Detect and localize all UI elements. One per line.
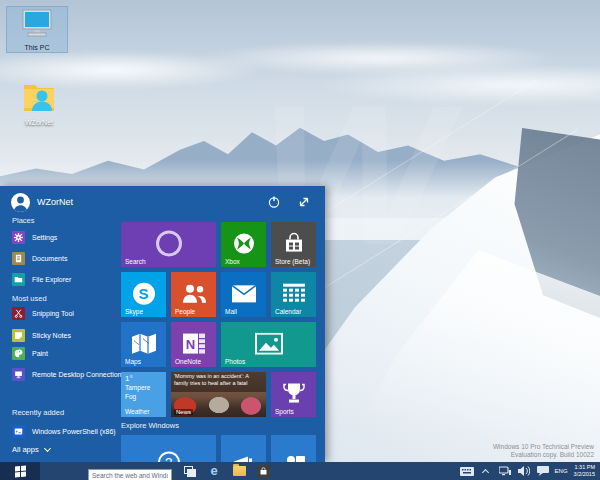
folder-icon — [12, 273, 25, 286]
start-button[interactable] — [0, 462, 40, 480]
speaker-icon — [518, 466, 530, 476]
section-explore-windows: Explore Windows — [121, 421, 179, 430]
search-input[interactable] — [88, 469, 172, 480]
tile-maps[interactable]: Maps — [121, 322, 166, 367]
touch-keyboard-button[interactable] — [460, 464, 474, 478]
desktop-icon-label: WZorNet — [8, 119, 70, 126]
language-indicator[interactable]: ENG — [555, 468, 568, 474]
menu-item-label: Paint — [32, 350, 48, 357]
note-icon — [12, 329, 25, 342]
calendar-icon — [282, 282, 306, 304]
chevron-up-icon — [482, 468, 489, 475]
people-icon — [181, 282, 207, 304]
desktop-icon-user-folder[interactable]: WZorNet — [8, 80, 70, 126]
desktop-icon-this-pc[interactable]: This PC — [6, 6, 68, 53]
settings-gear-icon — [12, 231, 25, 244]
file-explorer-button[interactable] — [231, 463, 247, 479]
tile-feedback[interactable] — [271, 435, 316, 462]
weather-city: Tampere — [125, 384, 150, 391]
menu-item-label: Settings — [32, 234, 57, 241]
expand-start-button[interactable] — [297, 195, 313, 211]
network-button[interactable] — [498, 464, 512, 478]
tray-clock[interactable]: 1:31 PM 3/2/2015 — [574, 464, 595, 478]
menu-item-snipping-tool[interactable]: Snipping Tool — [12, 306, 74, 320]
weather-condition: Fog — [125, 393, 136, 400]
system-tray: ENG 1:31 PM 3/2/2015 — [460, 462, 600, 480]
internet-explorer-icon: e — [210, 463, 217, 479]
tile-weather[interactable]: 1° Tampere Fog Weather — [121, 372, 166, 417]
svg-text:N: N — [185, 336, 194, 351]
tile-mail[interactable]: Mail — [221, 272, 266, 317]
taskbar-search — [88, 464, 172, 478]
remote-desktop-icon — [12, 368, 25, 381]
action-center-icon — [537, 466, 549, 476]
wallpaper-clouds — [0, 30, 600, 120]
tile-photos[interactable]: Photos — [221, 322, 316, 367]
section-most-used: Most used — [12, 294, 47, 303]
tile-xbox[interactable]: Xbox — [221, 222, 266, 267]
taskbar: e — [0, 462, 600, 480]
tile-label: Xbox — [225, 258, 240, 265]
photos-icon — [255, 332, 283, 354]
all-apps-button[interactable]: All apps — [12, 445, 50, 454]
feedback-person-icon — [282, 454, 306, 463]
menu-item-sticky-notes[interactable]: Sticky Notes — [12, 328, 71, 342]
menu-item-settings[interactable]: Settings — [12, 230, 57, 244]
tile-label: Weather — [125, 408, 149, 415]
network-icon — [499, 466, 511, 476]
menu-item-remote-desktop[interactable]: Remote Desktop Connection — [12, 367, 122, 381]
xbox-icon — [232, 231, 256, 255]
menu-item-paint[interactable]: Paint — [12, 346, 48, 360]
tile-calendar[interactable]: Calendar — [271, 272, 316, 317]
menu-item-label: Documents — [32, 255, 67, 262]
power-button[interactable] — [267, 195, 283, 211]
folder-icon — [233, 466, 246, 476]
tile-insider-hub[interactable] — [221, 435, 266, 462]
tray-date: 3/2/2015 — [574, 471, 595, 478]
store-button[interactable] — [255, 463, 271, 479]
tile-label: Photos — [225, 358, 245, 365]
tile-get-started[interactable]: ? — [121, 435, 216, 462]
chevron-down-icon — [44, 445, 51, 452]
maps-icon — [131, 332, 157, 354]
tile-search[interactable]: Search — [121, 222, 216, 267]
cortana-ring-icon — [156, 230, 182, 256]
documents-icon — [12, 252, 25, 265]
section-recently-added: Recently added — [12, 408, 64, 417]
menu-item-label: Remote Desktop Connection — [32, 371, 122, 378]
tray-overflow-button[interactable] — [479, 464, 493, 478]
task-view-button[interactable] — [182, 463, 198, 479]
tile-label: News — [174, 409, 193, 415]
scissors-icon — [12, 307, 25, 320]
menu-item-documents[interactable]: Documents — [12, 251, 67, 265]
tile-news[interactable]: 'Mommy was in an accident': A family tri… — [171, 372, 266, 417]
tile-label: Store (Beta) — [275, 258, 310, 265]
powershell-icon — [12, 425, 25, 438]
tile-onenote[interactable]: N OneNote — [171, 322, 216, 367]
tile-label: Calendar — [275, 308, 301, 315]
skype-icon: S — [133, 282, 155, 304]
browser-button[interactable]: e — [206, 463, 222, 479]
tile-store[interactable]: Store (Beta) — [271, 222, 316, 267]
store-bag-icon — [282, 231, 306, 255]
watermark-line2: Evaluation copy. Build 10022 — [493, 451, 594, 459]
tile-skype[interactable]: S Skype — [121, 272, 166, 317]
trophy-icon — [283, 381, 305, 405]
store-bag-icon — [257, 465, 270, 478]
tile-label: OneNote — [175, 358, 201, 365]
tile-people[interactable]: People — [171, 272, 216, 317]
resize-diagonal-icon — [297, 195, 311, 209]
power-icon — [267, 195, 281, 209]
user-folder-icon — [21, 80, 57, 114]
menu-item-file-explorer[interactable]: File Explorer — [12, 272, 71, 286]
volume-button[interactable] — [517, 464, 531, 478]
news-headline: 'Mommy was in an accident': A family tri… — [174, 373, 264, 387]
megaphone-icon — [232, 454, 256, 462]
question-mark-icon: ? — [158, 451, 180, 462]
start-tiles-grid: Search Xbox Store (Beta) S Skype — [121, 222, 317, 462]
desktop-icon-label: This PC — [7, 44, 67, 51]
tile-sports[interactable]: Sports — [271, 372, 316, 417]
menu-item-powershell[interactable]: Windows PowerShell (x86) — [12, 424, 116, 438]
action-center-button[interactable] — [536, 464, 550, 478]
watermark-line1: Windows 10 Pro Technical Preview — [493, 443, 594, 451]
